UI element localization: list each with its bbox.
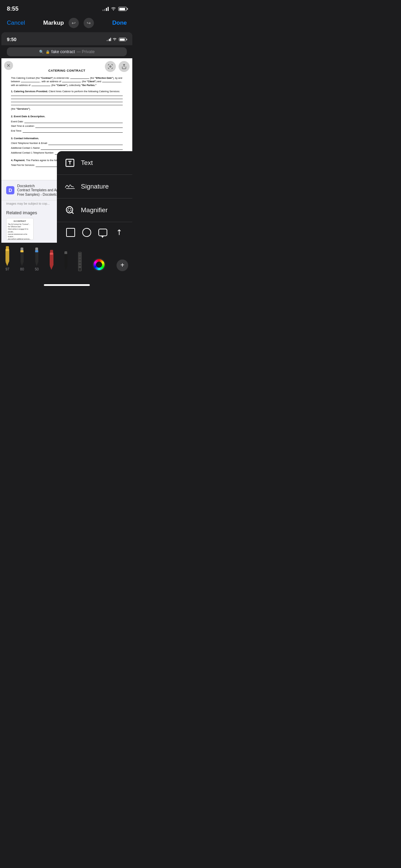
bottom-toolbar: 97 80 50 (0, 243, 134, 281)
url-bar-content[interactable]: 🔍 🔒 fake contract — Private (7, 47, 127, 56)
url-text: fake contract (51, 49, 75, 54)
redo-button[interactable]: ↪ (84, 18, 94, 28)
text-tool-icon (64, 157, 76, 169)
tool-item-1[interactable]: 97 (5, 246, 9, 271)
tool-1-number: 97 (5, 267, 9, 271)
tool-item-5[interactable] (64, 251, 68, 271)
inner-signal-icon (107, 38, 111, 41)
start-time-field: Start Time & Location: (11, 124, 123, 128)
contract-section-2: 2. Event Date & Description. Event Date:… (11, 115, 123, 133)
tool-item-ruler[interactable] (78, 252, 82, 271)
wifi-icon (111, 7, 116, 11)
circle-shape-button[interactable] (81, 227, 92, 238)
status-time: 8:55 (7, 5, 19, 12)
url-private-label: — Private (77, 49, 95, 54)
svg-point-0 (110, 66, 111, 67)
markup-menu-text[interactable]: Text (57, 151, 132, 175)
contact1-name-field: Additional Contact 1 Name: (11, 146, 123, 150)
inner-time: 9:50 (7, 37, 16, 42)
magnifier-tool-label: Magnifier (81, 206, 108, 214)
document-wrapper: ✕ CATERING CONTRACT Thi (1, 58, 132, 243)
thumb-content: DJ CONTRACT This Dj Contract the "Contra… (8, 220, 32, 240)
signal-icon (102, 7, 109, 11)
home-indicator (44, 284, 90, 286)
signature-tool-label: Signature (81, 183, 109, 190)
url-bar[interactable]: 🔍 🔒 fake contract — Private (1, 45, 132, 58)
cancel-button[interactable]: Cancel (7, 20, 25, 26)
inner-status-bar: 9:50 (1, 32, 132, 45)
magnifier-tool-icon (64, 204, 76, 216)
close-document-button[interactable]: ✕ (4, 61, 13, 70)
section-2-title: 2. Event Date & Description. (11, 115, 123, 119)
section-4-title: 4. Payment. (11, 159, 25, 162)
nav-title-group: Markup ↩ ↪ (43, 18, 94, 28)
docsketch-logo: D (6, 186, 14, 194)
related-image-thumb: DJ CONTRACT This Dj Contract the "Contra… (6, 218, 34, 240)
signature-tool-icon (64, 180, 76, 193)
contract-intro: This Catering Contract (the "Contract") … (11, 76, 123, 87)
document-controls: ✕ (4, 61, 130, 72)
shapes-row: ↗ (57, 222, 132, 243)
inner-status-icons (107, 37, 127, 41)
battery-icon (118, 7, 127, 11)
event-date-field: Event Date: (11, 120, 123, 123)
end-time-field: End Time: (11, 129, 123, 133)
undo-button[interactable]: ↩ (69, 18, 79, 28)
doc-action-buttons (105, 61, 130, 72)
section-3-title: 3. Contact Information. (11, 137, 123, 141)
tool-item-3[interactable]: 50 (35, 248, 39, 271)
inner-phone: 9:50 🔍 🔒 fake contract (1, 32, 132, 58)
contract-section-1: 1. Catering Services Provided. Client hi… (11, 90, 123, 111)
done-button[interactable]: Done (112, 20, 127, 26)
status-icons (102, 7, 127, 11)
rectangle-shape-button[interactable] (65, 227, 76, 238)
markup-menu: Text Signature (57, 151, 132, 243)
tool-item-4[interactable] (50, 250, 53, 271)
nav-bar: Cancel Markup ↩ ↪ Done (0, 15, 134, 32)
focus-button[interactable] (105, 61, 116, 72)
speech-bubble-button[interactable] (97, 227, 108, 238)
tool-item-2[interactable]: 80 (20, 248, 24, 271)
screenshot-container: 9:50 🔍 🔒 fake contract (1, 32, 132, 243)
arrow-shape-button[interactable]: ↗ (113, 227, 124, 238)
tool-3-number: 50 (35, 267, 39, 271)
lock-icon: 🔒 (46, 50, 50, 54)
section-1-title: 1. Catering Services Provided. (11, 90, 48, 93)
add-tool-button[interactable]: + (117, 260, 128, 271)
svg-point-3 (68, 208, 71, 211)
markup-menu-signature[interactable]: Signature (57, 175, 132, 198)
svg-point-2 (66, 206, 73, 213)
client-tel-field: Client Telephone Number & Email: (11, 142, 123, 145)
status-bar: 8:55 (0, 0, 134, 15)
markup-title: Markup (43, 20, 64, 26)
add-icon: + (120, 261, 124, 269)
tool-2-number: 80 (20, 267, 24, 271)
search-icon: 🔍 (39, 50, 44, 54)
text-tool-label: Text (81, 159, 93, 167)
markup-menu-magnifier[interactable]: Magnifier (57, 198, 132, 222)
inner-battery-icon (119, 38, 126, 41)
share-button[interactable] (119, 61, 130, 72)
inner-wifi-icon (112, 38, 117, 41)
color-wheel-button[interactable] (93, 258, 106, 271)
